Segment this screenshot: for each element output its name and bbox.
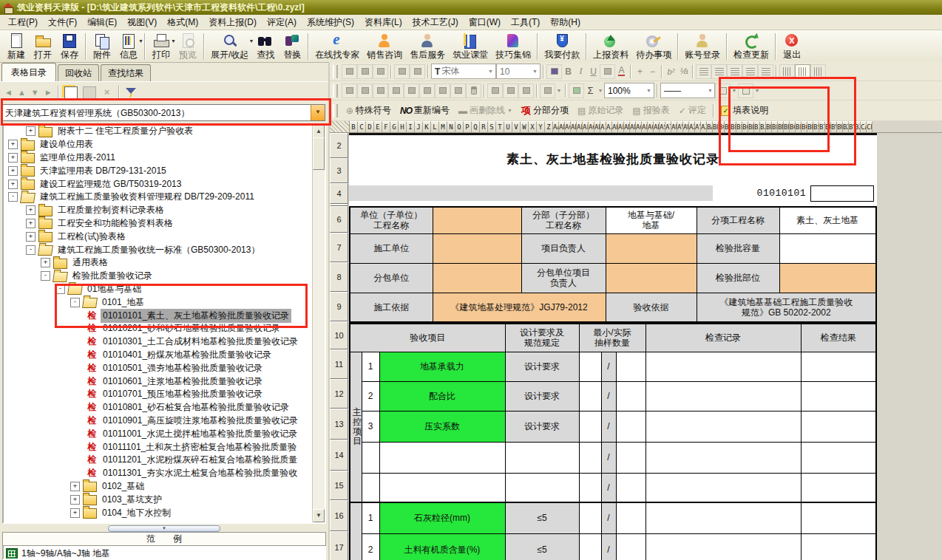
column-header[interactable]: BK: [766, 121, 772, 132]
ruler-corner[interactable]: [330, 121, 350, 132]
toolbar-button[interactable]: 退出: [779, 32, 805, 61]
column-header[interactable]: BH: [748, 121, 754, 132]
editor-toolbar-item[interactable]: [630, 65, 631, 78]
cell-result[interactable]: [801, 533, 876, 560]
row-number[interactable]: 14: [330, 440, 348, 471]
toolbar-button[interactable]: [308, 33, 309, 60]
toolbar-button[interactable]: 技巧集锦: [492, 32, 535, 61]
toolbar-button[interactable]: 替换: [279, 32, 305, 61]
tree-item[interactable]: + 附表十二 住宅工程质量分户验收表: [4, 125, 313, 138]
column-header[interactable]: BL: [772, 121, 778, 132]
toolbar-button[interactable]: 附件: [89, 32, 115, 61]
cell-requirement[interactable]: [505, 473, 579, 502]
editor-toolbar-item[interactable]: [333, 84, 338, 98]
toolbar-button[interactable]: ▼ 打印: [148, 32, 174, 61]
toolbar-button[interactable]: 查找: [252, 32, 279, 61]
tree-expander-icon[interactable]: +: [8, 140, 18, 149]
tree-expander-icon[interactable]: +: [8, 166, 18, 176]
cell-item[interactable]: 石灰粒径(mm): [379, 502, 505, 533]
editor-toolbar-item[interactable]: ▼: [555, 84, 563, 98]
tree-item[interactable]: 检 01010501_强夯地基检验批质量验收记录: [4, 361, 313, 375]
column-header[interactable]: J: [415, 121, 423, 132]
editor-toolbar-item[interactable]: ▼: [597, 84, 604, 98]
editor-toolbar-item[interactable]: [390, 65, 392, 78]
editor-toolbar-item[interactable]: [466, 83, 481, 98]
cell-sample-left[interactable]: [579, 533, 601, 560]
column-header[interactable]: AD: [571, 121, 577, 132]
move-down-icon[interactable]: ▼: [31, 88, 39, 97]
column-header[interactable]: BA: [707, 121, 713, 132]
toolbar-button[interactable]: 打开: [30, 32, 56, 61]
editor-toolbar-item[interactable]: 10: [496, 64, 541, 79]
column-header[interactable]: AQ: [648, 121, 654, 132]
tree-item[interactable]: 检 01010701_预压地基检验批质量验收记录: [4, 388, 313, 401]
toolbar-button[interactable]: [537, 33, 538, 60]
cell-sample-left[interactable]: [579, 442, 601, 473]
editor-toolbar-item[interactable]: −: [646, 65, 659, 78]
column-header[interactable]: AP: [642, 121, 648, 132]
toolbar-button[interactable]: 新建: [3, 32, 30, 61]
editor-toolbar-item[interactable]: T宋体: [431, 64, 496, 79]
tree-item[interactable]: - 检验批质量验收记录: [4, 270, 313, 283]
tree-item[interactable]: 检 01011201_水泥粉煤灰碎石桩复合地基检验批质量: [4, 454, 313, 467]
menu-item[interactable]: 编辑(E): [82, 15, 122, 30]
cell-record[interactable]: [645, 411, 801, 442]
column-header[interactable]: AB: [559, 121, 565, 132]
row-number[interactable]: 6: [330, 206, 348, 233]
editor-toolbar-item[interactable]: [342, 83, 357, 98]
column-header[interactable]: CA: [861, 121, 867, 132]
toolbar-button[interactable]: [775, 33, 776, 60]
tree-item[interactable]: + 建设工程监理规范 GB/T50319-2013: [4, 177, 313, 191]
tree-item[interactable]: - 01地基与基础: [4, 283, 313, 296]
cell-batch-capacity-value[interactable]: [779, 233, 876, 263]
new-node-icon[interactable]: [64, 86, 78, 99]
column-header[interactable]: BW: [837, 121, 843, 132]
cell-sample-left[interactable]: [579, 381, 601, 411]
tree-item[interactable]: + 建设单位用表: [4, 138, 313, 151]
cell-unit-project-value[interactable]: [433, 207, 521, 233]
cell-project-leader-value[interactable]: [606, 233, 697, 263]
editor-toolbar-item[interactable]: [394, 64, 410, 79]
editor-toolbar-item[interactable]: [546, 64, 562, 79]
cell-construction-basis-value[interactable]: 《建筑地基处理规范》JGJ79-2012: [433, 293, 606, 322]
cell-sample[interactable]: /: [601, 502, 616, 533]
column-header[interactable]: O: [455, 121, 464, 132]
editor-toolbar-item[interactable]: [487, 83, 503, 98]
editor-toolbar-item[interactable]: [427, 65, 429, 78]
cell-record[interactable]: [645, 381, 801, 411]
editor-toolbar-item[interactable]: [357, 83, 373, 98]
move-right-icon[interactable]: ►: [44, 88, 52, 97]
editor-toolbar-item[interactable]: U: [587, 65, 600, 78]
column-header[interactable]: N: [447, 121, 455, 132]
tree-item[interactable]: 检 01011001_水泥土搅拌桩地基检验批质量验收记录: [4, 427, 313, 440]
cell-requirement[interactable]: ≤5: [505, 533, 579, 560]
menu-item[interactable]: 工程(P): [3, 15, 43, 30]
toolbar-button[interactable]: ▼ 展开/收起: [207, 32, 252, 61]
splitter-collapse-handle[interactable]: ▼: [108, 525, 220, 532]
editor-toolbar-item[interactable]: [696, 64, 711, 79]
tree-item[interactable]: 检 01010601_注浆地基检验批质量验收记录: [4, 375, 313, 388]
column-header[interactable]: I: [407, 121, 415, 132]
row-number[interactable]: 15: [330, 471, 348, 500]
tree-expander-icon[interactable]: -: [8, 192, 18, 202]
cell-sample-right[interactable]: [616, 473, 645, 502]
column-header[interactable]: AZ: [701, 121, 707, 132]
tree-expander-icon[interactable]: +: [26, 126, 35, 136]
cell-subcontractor-value[interactable]: [433, 263, 521, 293]
menu-item[interactable]: 工具(T): [506, 15, 545, 30]
tree-item[interactable]: - 0101_地基: [4, 296, 313, 309]
row-number[interactable]: 12: [330, 379, 348, 409]
tree-item[interactable]: 检 01010101_素土、灰土地基检验批质量验收记录: [4, 309, 313, 322]
cell-sample-left[interactable]: [579, 411, 601, 442]
toolbar-button[interactable]: [203, 33, 205, 60]
toolbar-button[interactable]: [586, 33, 587, 60]
column-header[interactable]: X: [529, 121, 537, 132]
column-header[interactable]: BV: [831, 121, 837, 132]
editor-toolbar-item[interactable]: [779, 64, 795, 79]
cell-result[interactable]: [801, 442, 876, 473]
cell-acceptance-basis-value[interactable]: 《建筑地基基础工程施工质量验收 规范》GB 50202-2002: [697, 293, 876, 322]
editor-toolbar-item[interactable]: [518, 83, 534, 98]
editor-toolbar-item[interactable]: [795, 64, 810, 79]
column-header[interactable]: BR: [807, 121, 813, 132]
tree-item[interactable]: + 工程安全和功能检验资料表格: [4, 217, 313, 231]
